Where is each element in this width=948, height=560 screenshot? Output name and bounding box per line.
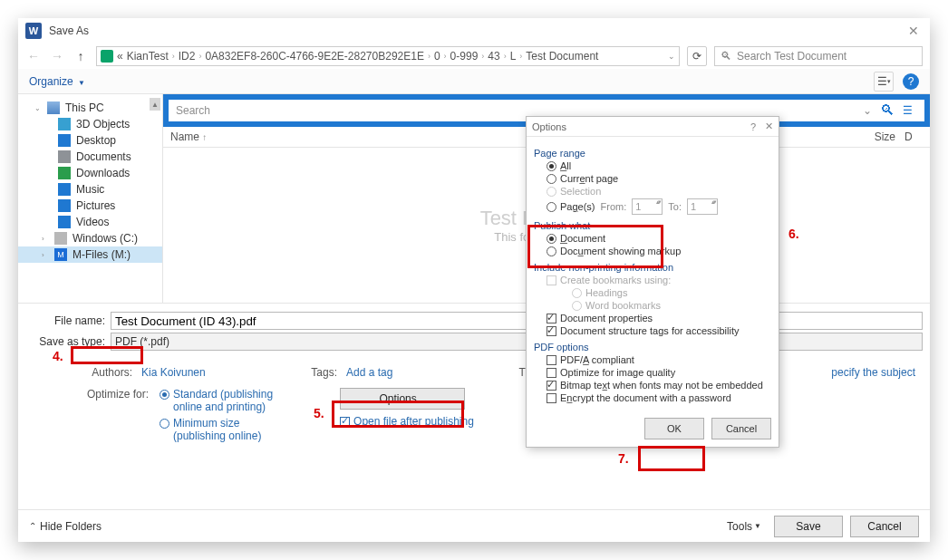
tree-this-pc[interactable]: ⌄This PC (18, 100, 162, 116)
annotation-7: 7. (618, 451, 629, 466)
col-size[interactable]: Size (841, 130, 895, 143)
radio-all[interactable]: All (547, 160, 771, 171)
hide-folders-button[interactable]: ⌃Hide Folders (29, 520, 102, 533)
tools-menu[interactable]: Tools▼ (727, 520, 761, 533)
to-label: To: (668, 201, 682, 212)
crumb[interactable]: 0A832EF8-260C-4766-9E2E-28270B292E1E (205, 50, 424, 63)
chk-structtags[interactable]: Document structure tags for accessibilit… (547, 325, 771, 336)
radio-standard[interactable]: Standard (publishing online and printing… (160, 388, 273, 413)
tree-label: This PC (65, 101, 104, 114)
tree-3d[interactable]: 3D Objects (18, 116, 162, 132)
from-label: From: (601, 201, 627, 212)
folder-tree[interactable]: ▲ ⌄This PC 3D Objects Desktop Documents … (18, 94, 163, 303)
dialog-title: Options (532, 121, 566, 132)
titlebar: W Save As ✕ (18, 18, 930, 43)
search-icon: 🔍︎ (721, 50, 731, 63)
radio-document-markup[interactable]: Document showing markup (547, 246, 771, 256)
open-after-checkbox[interactable]: Open file after publishing (340, 415, 474, 428)
close-icon[interactable]: ✕ (904, 24, 923, 38)
refresh-button[interactable]: ⟳ (687, 46, 707, 66)
tree-label: Downloads (76, 167, 130, 179)
to-input[interactable]: 1 (687, 198, 718, 215)
tree-label: Pictures (76, 199, 115, 212)
chevron-down-icon[interactable]: ⌄ (668, 52, 675, 61)
radio-pages[interactable]: Page(s) (547, 201, 595, 212)
col-name[interactable]: Name (170, 130, 199, 143)
chevron-up-icon: ⌃ (29, 521, 36, 531)
tree-mfiles-m[interactable]: ›MM-Files (M:) (18, 246, 162, 263)
section-publish-what: Publish what (534, 220, 771, 231)
content-search-input[interactable]: Search (176, 104, 857, 117)
ok-button[interactable]: OK (644, 418, 704, 439)
filter-icon[interactable]: ☰ (897, 104, 917, 117)
tree-windows-c[interactable]: ›Windows (C:) (18, 230, 162, 246)
tree-label: Windows (C:) (73, 232, 138, 245)
radio-current[interactable]: Current page (547, 173, 771, 184)
from-input[interactable]: 1 (632, 198, 663, 215)
tree-label: Documents (76, 150, 131, 163)
breadcrumb-prefix: « (117, 50, 123, 63)
crumb[interactable]: KianTest (127, 50, 169, 63)
scroll-up-icon[interactable]: ▲ (150, 98, 160, 111)
crumb[interactable]: 0 (434, 50, 440, 63)
crumb[interactable]: 43 (488, 50, 499, 63)
toolbar: Organize ▼ ☰▾ ? (18, 69, 930, 94)
chk-imgq[interactable]: Optimize for image quality (547, 367, 771, 378)
tree-label: Videos (76, 216, 109, 228)
tree-pictures[interactable]: Pictures (18, 198, 162, 214)
save-button[interactable]: Save (774, 516, 843, 537)
radio-document[interactable]: Document (547, 233, 771, 244)
crumb[interactable]: ID2 (179, 50, 196, 63)
help-icon[interactable]: ? (903, 73, 919, 90)
up-icon[interactable]: ↑ (73, 49, 89, 63)
tree-music[interactable]: Music (18, 181, 162, 198)
file-name-input[interactable] (111, 312, 923, 330)
chk-bitmap[interactable]: Bitmap text when fonts may not be embedd… (547, 380, 771, 391)
chk-docprops[interactable]: Document properties (547, 313, 771, 323)
crumb[interactable]: L (510, 50, 517, 63)
tree-desktop[interactable]: Desktop (18, 132, 162, 149)
view-icon[interactable]: ☰▾ (874, 72, 894, 92)
sort-up-icon: ↑ (202, 132, 207, 142)
chevron-down-icon[interactable]: ⌄ (857, 104, 877, 117)
file-name-label: File name: (25, 314, 105, 327)
tree-videos[interactable]: Videos (18, 214, 162, 230)
radio-headings: Headings (572, 287, 771, 298)
search-placeholder: Search Test Document (737, 50, 846, 63)
forward-icon: → (49, 49, 65, 63)
breadcrumb[interactable]: « KianTest› ID2› 0A832EF8-260C-4766-9E2E… (96, 46, 680, 66)
subject-value[interactable]: pecify the subject (831, 366, 915, 379)
col-date[interactable]: D (895, 130, 923, 143)
tags-value[interactable]: Add a tag (346, 366, 482, 379)
word-icon: W (25, 23, 42, 39)
chk-pdfa[interactable]: PDF/A compliant (547, 354, 771, 365)
navbar: ← → ↑ « KianTest› ID2› 0A832EF8-260C-476… (18, 43, 930, 69)
help-icon[interactable]: ? (750, 121, 756, 132)
radio-selection: Selection (547, 186, 771, 197)
save-type-label: Save as type: (25, 335, 105, 348)
tree-label: M-Files (M:) (73, 248, 131, 261)
tree-label: 3D Objects (76, 118, 130, 130)
options-button[interactable]: Options... (340, 388, 465, 410)
back-icon[interactable]: ← (25, 49, 42, 63)
organize-menu[interactable]: Organize ▼ (29, 75, 85, 88)
dlg-cancel-button[interactable]: Cancel (711, 418, 771, 439)
save-type-select[interactable]: PDF (*.pdf) (111, 333, 923, 351)
cancel-button[interactable]: Cancel (850, 516, 919, 537)
annotation-box-7 (638, 446, 705, 471)
search-icon[interactable]: 🔍︎ (877, 102, 897, 119)
crumb[interactable]: 0-999 (450, 50, 479, 63)
authors-label: Authors: (82, 366, 132, 379)
crumb[interactable]: Test Document (526, 50, 598, 63)
optimize-label: Optimize for: (82, 388, 149, 401)
tree-label: Music (76, 183, 104, 196)
tree-documents[interactable]: Documents (18, 149, 162, 165)
tree-downloads[interactable]: Downloads (18, 165, 162, 181)
vault-icon (101, 50, 113, 63)
close-icon[interactable]: ✕ (765, 121, 773, 132)
authors-value[interactable]: Kia Koivunen (141, 366, 277, 379)
tags-label: Tags: (286, 366, 337, 379)
radio-minimum[interactable]: Minimum size (publishing online) (160, 417, 273, 442)
chk-encrypt[interactable]: Encrypt the document with a password (547, 392, 771, 403)
search-input[interactable]: 🔍︎ Search Test Document (714, 46, 923, 66)
